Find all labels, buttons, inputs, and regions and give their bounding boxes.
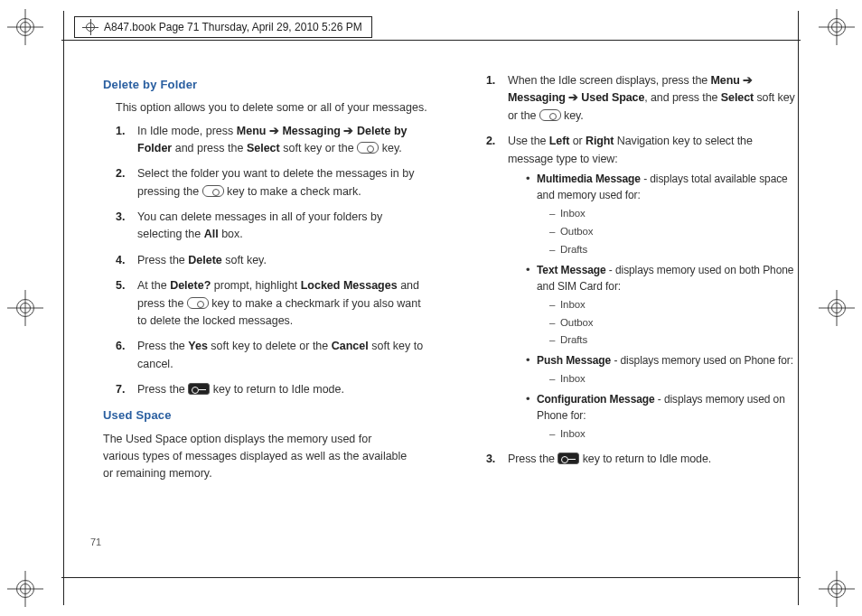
list-item: Inbox xyxy=(549,371,799,387)
ok-key-icon xyxy=(357,142,379,154)
list-item: Text Message - displays memory used on b… xyxy=(526,262,799,350)
sub-list: Inbox Outbox Drafts xyxy=(549,297,799,349)
list-item: Use the Left or Right Navigation key to … xyxy=(486,133,799,442)
header-text: A847.book Page 71 Thursday, April 29, 20… xyxy=(104,21,362,33)
list-item: When the Idle screen displays, press the… xyxy=(486,72,799,125)
crop-mark-icon xyxy=(13,295,38,321)
list-item: Select the folder you want to delete the… xyxy=(116,165,428,201)
list-item: Press the Delete soft key. xyxy=(116,252,428,269)
crop-mark-icon xyxy=(13,14,38,40)
page-number: 71 xyxy=(90,537,101,547)
delete-steps: In Idle mode, press Menu ➔ Messaging ➔ D… xyxy=(116,123,428,399)
list-item: Press the Yes soft key to delete or the … xyxy=(116,338,428,373)
list-item: In Idle mode, press Menu ➔ Messaging ➔ D… xyxy=(116,123,428,158)
crop-mark-icon xyxy=(824,576,849,602)
list-item: Multimedia Message - displays total avai… xyxy=(526,171,799,258)
list-item: At the Delete? prompt, highlight Locked … xyxy=(116,277,428,330)
ok-key-icon xyxy=(187,297,209,309)
list-item: Inbox xyxy=(549,206,799,222)
message-type-list: Multimedia Message - displays total avai… xyxy=(526,171,799,443)
heading-used-space: Used Space xyxy=(103,406,428,425)
heading-delete-by-folder: Delete by Folder xyxy=(103,76,428,94)
document-header: A847.book Page 71 Thursday, April 29, 20… xyxy=(74,16,372,38)
crop-rule xyxy=(61,577,801,578)
ok-key-icon xyxy=(539,109,561,121)
left-column: Delete by Folder This option allows you … xyxy=(90,72,428,553)
list-item: Configuration Message - displays memory … xyxy=(526,391,799,443)
list-item: Drafts xyxy=(549,332,799,349)
intro-text: This option allows you to delete some or… xyxy=(116,99,428,117)
list-item: Inbox xyxy=(549,297,799,313)
end-key-icon xyxy=(188,383,210,395)
used-space-desc: The Used Space option displays the memor… xyxy=(103,431,410,483)
list-item: Drafts xyxy=(549,242,799,258)
list-item: You can delete messages in all of your f… xyxy=(116,209,428,244)
list-item: Push Message - displays memory used on P… xyxy=(526,352,799,387)
list-item: Press the key to return to Idle mode. xyxy=(486,451,799,468)
crop-mark-icon xyxy=(13,576,38,602)
list-item: Inbox xyxy=(549,426,799,443)
right-column: When the Idle screen displays, press the… xyxy=(461,72,799,553)
crop-rule xyxy=(61,40,801,41)
ok-key-icon xyxy=(202,185,224,197)
crop-mark-icon xyxy=(824,295,849,321)
crop-mark-icon xyxy=(824,14,849,40)
list-item: Outbox xyxy=(549,315,799,331)
sub-list: Inbox xyxy=(549,426,799,443)
end-key-icon xyxy=(557,453,579,464)
target-icon xyxy=(84,21,97,33)
used-space-steps: When the Idle screen displays, press the… xyxy=(486,72,799,468)
list-item: Outbox xyxy=(549,224,799,240)
crop-rule xyxy=(63,11,64,605)
sub-list: Inbox xyxy=(549,371,799,387)
list-item: Press the key to return to Idle mode. xyxy=(116,381,428,398)
sub-list: Inbox Outbox Drafts xyxy=(549,206,799,257)
page-body: Delete by Folder This option allows you … xyxy=(90,72,799,553)
